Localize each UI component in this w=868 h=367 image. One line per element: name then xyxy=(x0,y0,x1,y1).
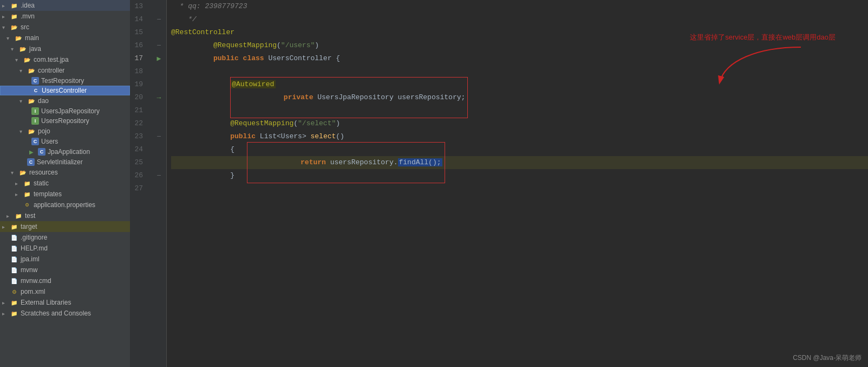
sidebar-item-com-test-jpa[interactable]: 📂 com.test.jpa xyxy=(0,54,130,65)
code-text-area[interactable]: * qq: 2398779723 */ @RestController @Req… xyxy=(167,0,868,367)
class-icon-servlet: C xyxy=(27,158,35,166)
sidebar-item-gitignore[interactable]: 📄 .gitignore xyxy=(0,232,130,243)
sidebar-item-main[interactable]: 📂 main xyxy=(0,33,130,43)
gutter-23[interactable]: − xyxy=(152,130,166,143)
tree-arrow-dao xyxy=(19,98,25,104)
folder-icon-src: 📂 xyxy=(10,23,18,31)
ln-16: 16 xyxy=(130,39,147,52)
gutter-14[interactable]: − xyxy=(152,13,166,26)
sidebar-label-templates: templates xyxy=(34,190,62,198)
ln-22: 22 xyxy=(130,117,147,130)
xml-icon-pom: ⚙ xyxy=(10,287,18,296)
folder-icon-mvn: 📁 xyxy=(10,12,18,21)
editor-gutter: − − ▶ → − − xyxy=(152,0,167,367)
sidebar-item-src[interactable]: 📂 src xyxy=(0,22,130,33)
sidebar-label-mvn: .mvn xyxy=(21,12,35,20)
gutter-16[interactable]: − xyxy=(152,39,166,52)
sidebar-label-app-props: application.properties xyxy=(34,201,95,209)
sidebar-label-extlibs: External Libraries xyxy=(21,299,71,306)
gutter-19 xyxy=(152,78,166,91)
tree-arrow-target xyxy=(2,224,8,230)
sidebar-label-jpa-app: JpaApplication xyxy=(48,148,90,156)
sidebar-label-help: HELP.md xyxy=(21,244,48,252)
sidebar-item-users-jpa-repo[interactable]: I UsersJpaRepository xyxy=(0,106,130,116)
gutter-15 xyxy=(152,26,166,39)
sidebar-item-target[interactable]: 📁 target xyxy=(0,221,130,232)
sidebar-item-users-controller[interactable]: C UsersController xyxy=(0,86,130,95)
sidebar-label-static: static xyxy=(34,179,49,187)
gutter-17-run[interactable]: ▶ xyxy=(152,52,166,65)
ln-27: 27 xyxy=(130,182,147,195)
interface-icon-jpa: I xyxy=(31,107,39,115)
sidebar-label-test-repo: TestRepository xyxy=(41,77,84,85)
class-icon-users: C xyxy=(31,138,39,145)
sidebar-item-idea[interactable]: 📁 .idea xyxy=(0,0,130,11)
sidebar-item-servlet-init[interactable]: C ServletInitializer xyxy=(0,157,130,167)
code-26-text: } xyxy=(171,156,234,195)
folder-icon-target: 📁 xyxy=(10,222,18,231)
sidebar-item-dao[interactable]: 📂 dao xyxy=(0,95,130,106)
file-icon-git: 📄 xyxy=(10,233,18,242)
sidebar-item-jpa-iml[interactable]: 📄 jpa.iml xyxy=(0,254,130,265)
tree-arrow-main xyxy=(6,35,12,41)
sidebar-item-users-repo[interactable]: I UsersRepository xyxy=(0,116,130,126)
sidebar-item-app-props[interactable]: ⚙ application.properties xyxy=(0,199,130,210)
folder-icon-idea: 📁 xyxy=(10,1,18,10)
tree-arrow-scratches xyxy=(2,311,8,317)
sidebar-item-mvnw[interactable]: 📄 mvnw xyxy=(0,265,130,275)
tree-arrow-com xyxy=(15,57,21,63)
sidebar-label-repo: UsersRepository xyxy=(41,117,89,125)
code-line-13: * qq: 2398779723 xyxy=(171,0,868,13)
ln-21: 21 xyxy=(130,104,147,117)
sidebar-item-test-repository[interactable]: C TestRepository xyxy=(0,76,130,86)
code-line-25: return usersRepository.findAll(); xyxy=(171,156,868,169)
props-icon: ⚙ xyxy=(23,201,31,209)
line-numbers: 13 14 15 16 17 18 19 20 21 22 23 24 25 2… xyxy=(130,0,152,367)
sidebar-item-controller[interactable]: 📂 controller xyxy=(0,65,130,76)
sidebar-item-test[interactable]: 📁 test xyxy=(0,210,130,221)
sidebar-label-idea: .idea xyxy=(21,2,35,9)
sidebar-label-dao: dao xyxy=(38,97,49,105)
sidebar-label-target: target xyxy=(21,223,37,230)
tree-arrow-extlibs xyxy=(2,300,8,306)
sidebar-label-main: main xyxy=(25,34,39,42)
code-editor: 13 14 15 16 17 18 19 20 21 22 23 24 25 2… xyxy=(130,0,868,367)
sidebar-item-mvn[interactable]: 📁 .mvn xyxy=(0,11,130,22)
sidebar-item-templates[interactable]: 📁 templates xyxy=(0,189,130,199)
sidebar-label-test: test xyxy=(25,212,35,220)
sidebar-item-pojo[interactable]: 📂 pojo xyxy=(0,126,130,137)
folder-icon-test: 📁 xyxy=(14,211,23,220)
folder-icon-resources: 📂 xyxy=(18,168,27,177)
sidebar-item-jpa-app[interactable]: ▶ C JpaApplication xyxy=(0,146,130,157)
sidebar-label-servlet: ServletInitializer xyxy=(37,158,83,166)
sidebar-item-users[interactable]: C Users xyxy=(0,137,130,146)
sidebar-item-java[interactable]: 📂 java xyxy=(0,43,130,54)
folder-icon-extlibs: 📁 xyxy=(10,298,18,307)
folder-icon-pojo: 📂 xyxy=(27,127,36,136)
sidebar-item-scratches[interactable]: 📁 Scratches and Consoles xyxy=(0,308,130,319)
sidebar-item-static[interactable]: 📁 static xyxy=(0,178,130,189)
ln-24: 24 xyxy=(130,143,147,156)
sidebar-item-ext-libs[interactable]: 📁 External Libraries xyxy=(0,297,130,308)
sidebar-label-java: java xyxy=(29,45,41,53)
tree-arrow-templates xyxy=(15,191,21,197)
class-icon-users-ctrl: C xyxy=(32,87,40,94)
sidebar-item-help[interactable]: 📄 HELP.md xyxy=(0,243,130,254)
folder-icon-static: 📁 xyxy=(23,179,31,188)
file-icon-mvnw-cmd: 📄 xyxy=(10,276,18,285)
sidebar-label-mvnw: mvnw xyxy=(21,266,37,274)
sidebar-label-gitignore: .gitignore xyxy=(21,234,47,241)
gutter-22 xyxy=(152,117,166,130)
sidebar-item-mvnw-cmd[interactable]: 📄 mvnw.cmd xyxy=(0,275,130,286)
gutter-20-arrow: → xyxy=(152,91,166,104)
sidebar-item-resources[interactable]: 📂 resources xyxy=(0,167,130,178)
gutter-26[interactable]: − xyxy=(152,169,166,182)
file-icon-mvnw: 📄 xyxy=(10,266,18,274)
sidebar-item-pom[interactable]: ⚙ pom.xml xyxy=(0,286,130,297)
ln-17: 17 xyxy=(130,52,147,65)
ln-23: 23 xyxy=(130,130,147,143)
tree-arrow-java xyxy=(11,46,16,52)
ln-15: 15 xyxy=(130,26,147,39)
tree-arrow-static xyxy=(15,181,21,186)
ln-26: 26 xyxy=(130,169,147,182)
